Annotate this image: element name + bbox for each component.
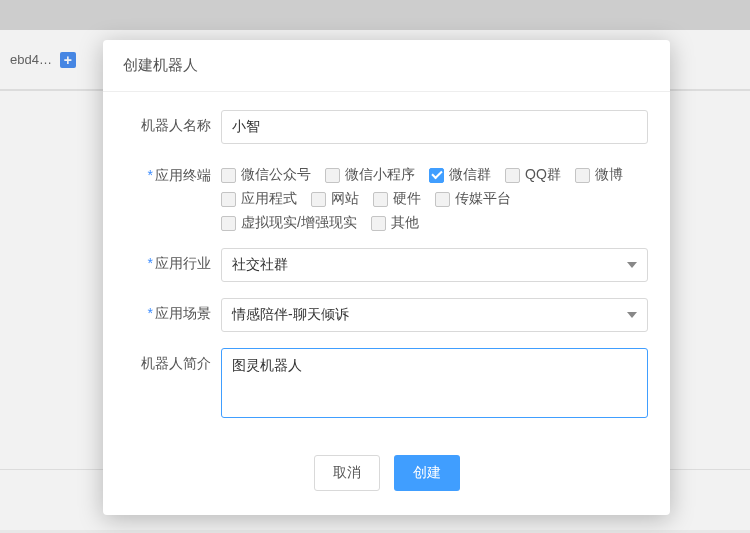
industry-value: 社交社群: [232, 256, 288, 274]
scenario-select[interactable]: 情感陪伴-聊天倾诉: [221, 298, 648, 332]
terminal-option[interactable]: 传媒平台: [435, 190, 511, 208]
terminal-option-label: 硬件: [393, 190, 421, 208]
terminal-option-label: 传媒平台: [455, 190, 511, 208]
create-button[interactable]: 创建: [394, 455, 460, 491]
row-scenario: *应用场景 情感陪伴-聊天倾诉: [125, 298, 648, 332]
terminal-option[interactable]: 硬件: [373, 190, 421, 208]
row-name: 机器人名称: [125, 110, 648, 144]
terminal-option-label: 微博: [595, 166, 623, 184]
terminal-option-label: 网站: [331, 190, 359, 208]
checkbox-icon: [429, 168, 444, 183]
row-terminals: *应用终端 微信公众号微信小程序微信群QQ群微博应用程式网站硬件传媒平台虚拟现实…: [125, 160, 648, 232]
terminal-option-label: 微信公众号: [241, 166, 311, 184]
robot-name-input[interactable]: [221, 110, 648, 144]
modal-footer: 取消 创建: [103, 437, 670, 515]
checkbox-icon: [221, 168, 236, 183]
checkbox-icon: [221, 192, 236, 207]
checkbox-icon: [435, 192, 450, 207]
robot-intro-textarea[interactable]: [221, 348, 648, 418]
label-industry: *应用行业: [125, 248, 211, 282]
label-name: 机器人名称: [125, 110, 211, 144]
terminal-option-label: 微信群: [449, 166, 491, 184]
checkbox-icon: [221, 216, 236, 231]
label-terminals: *应用终端: [125, 160, 211, 232]
terminal-option[interactable]: 微信群: [429, 166, 491, 184]
terminal-option-label: 其他: [391, 214, 419, 232]
terminal-option[interactable]: 微信小程序: [325, 166, 415, 184]
label-intro: 机器人简介: [125, 348, 211, 421]
terminal-option[interactable]: 应用程式: [221, 190, 297, 208]
checkbox-icon: [371, 216, 386, 231]
chevron-down-icon: [627, 262, 637, 268]
label-scenario: *应用场景: [125, 298, 211, 332]
terminal-option-label: 应用程式: [241, 190, 297, 208]
terminal-checkbox-group: 微信公众号微信小程序微信群QQ群微博应用程式网站硬件传媒平台虚拟现实/增强现实其…: [221, 160, 648, 232]
terminal-option-label: 微信小程序: [345, 166, 415, 184]
row-industry: *应用行业 社交社群: [125, 248, 648, 282]
checkbox-icon: [311, 192, 326, 207]
terminal-option[interactable]: 虚拟现实/增强现实: [221, 214, 357, 232]
checkbox-icon: [505, 168, 520, 183]
modal-title: 创建机器人: [103, 40, 670, 92]
terminal-option[interactable]: 微博: [575, 166, 623, 184]
create-robot-modal: 创建机器人 机器人名称 *应用终端 微信公众号微信小程序微信群QQ群微博应用程式…: [103, 40, 670, 515]
checkbox-icon: [325, 168, 340, 183]
chevron-down-icon: [627, 312, 637, 318]
checkbox-icon: [575, 168, 590, 183]
terminal-option[interactable]: QQ群: [505, 166, 561, 184]
terminal-option[interactable]: 网站: [311, 190, 359, 208]
terminal-option[interactable]: 微信公众号: [221, 166, 311, 184]
terminal-option[interactable]: 其他: [371, 214, 419, 232]
cancel-button[interactable]: 取消: [314, 455, 380, 491]
checkbox-icon: [373, 192, 388, 207]
modal-body: 机器人名称 *应用终端 微信公众号微信小程序微信群QQ群微博应用程式网站硬件传媒…: [103, 92, 670, 421]
row-intro: 机器人简介: [125, 348, 648, 421]
terminal-option-label: 虚拟现实/增强现实: [241, 214, 357, 232]
scenario-value: 情感陪伴-聊天倾诉: [232, 306, 349, 324]
industry-select[interactable]: 社交社群: [221, 248, 648, 282]
terminal-option-label: QQ群: [525, 166, 561, 184]
